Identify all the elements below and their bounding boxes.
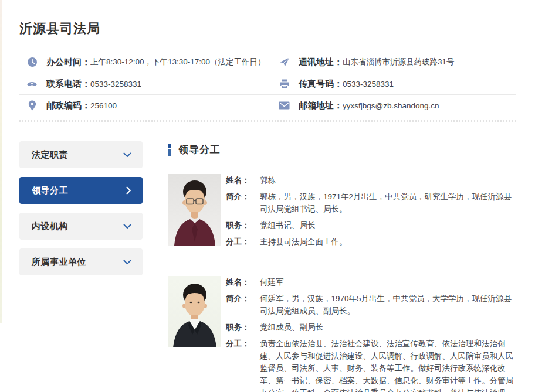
contact-value: 0533-3258331 [90,80,141,88]
chevron-down-icon [123,224,131,229]
contact-label: 邮政编码： [46,100,90,111]
sidebar: 法定职责 领导分工 内设机构 所属事业单位 [19,141,143,284]
fax-icon [279,79,290,90]
field-value: 何廷军 [260,276,516,288]
sidebar-item-label: 法定职责 [32,149,68,161]
contact-row: 邮政编码： 256100 邮箱地址： yyxsfjbgs@zb.shandong… [19,95,516,116]
sidebar-item-affiliated-units[interactable]: 所属事业单位 [19,248,143,275]
leader-field-position: 职务： 党组成员、副局长 [226,321,516,333]
section-header: 领导分工 [168,141,516,156]
leader-field-duties: 分工： 负责全面依法治县、法治社会建设、法治宣传教育、依法治理和法治创建、人民参… [226,338,516,392]
leader-card: 姓名： 郭栋 简介： 郭栋，男，汉族，1971年2月出生，中共党员，研究生学历，… [168,174,516,248]
field-label: 分工： [226,236,260,248]
chevron-down-icon [123,260,131,265]
leader-photo [168,276,221,347]
contact-phone: 联系电话： 0533-3258331 [19,73,264,94]
field-value: 何廷军，男，汉族，1970年5月出生，中共党员，大学学历，现任沂源县司法局党组成… [260,292,516,317]
contact-label: 通讯地址： [299,57,343,68]
field-label: 职务： [226,321,260,333]
field-label: 姓名： [226,174,260,186]
leader-fields: 姓名： 何廷军 简介： 何廷军，男，汉族，1970年5月出生，中共党员，大学学历… [226,276,516,392]
clock-icon [26,57,38,68]
chevron-right-icon [126,186,131,195]
contact-value: 上午8:30-12:00，下午13:30-17:00（法定工作日） [90,57,264,67]
contact-label: 传真号码： [299,79,343,90]
leader-field-name: 姓名： 郭栋 [226,174,516,186]
field-value: 党组成员、副局长 [260,321,516,333]
field-value: 郭栋 [260,174,516,186]
phone-icon [26,79,38,90]
location-pin-icon [26,100,38,111]
leader-photo [168,174,221,246]
contact-fax: 传真号码： 0533-3258331 [272,73,516,94]
sidebar-item-label: 内设机构 [32,221,68,232]
contact-label: 办公时间： [46,57,90,68]
field-label: 姓名： [226,276,260,288]
page-container: 沂源县司法局 办公时间： 上午8:30-12:00，下午13:30-17:00（… [0,0,535,392]
leader-fields: 姓名： 郭栋 简介： 郭栋，男，汉族，1971年2月出生，中共党员，研究生学历，… [226,174,516,248]
leader-field-duties: 分工： 主持县司法局全面工作。 [226,236,516,248]
contact-value: 0533-3258331 [343,80,394,88]
background-edge-strip [0,0,2,323]
contact-info-panel: 办公时间： 上午8:30-12:00，下午13:30-17:00（法定工作日） … [19,52,516,116]
content-area: 法定职责 领导分工 内设机构 所属事业单位 [19,141,516,392]
field-value: 郭栋，男，汉族，1971年2月出生，中共党员，研究生学历，现任沂源县司法局党组书… [260,190,516,215]
chevron-down-icon [123,152,131,158]
contact-value: 山东省淄博市沂源县药玻路31号 [343,57,455,67]
sidebar-item-label: 领导分工 [32,185,68,196]
field-value: 负责全面依法治县、法治社会建设、法治宣传教育、依法治理和法治创建、人民参与和促进… [260,338,516,392]
contact-mailing-address: 通讯地址： 山东省淄博市沂源县药玻路31号 [272,52,516,73]
contact-office-hours: 办公时间： 上午8:30-12:00，下午13:30-17:00（法定工作日） [19,52,264,73]
field-label: 简介： [226,292,260,317]
leader-field-name: 姓名： 何廷军 [226,276,516,288]
sidebar-item-internal-org[interactable]: 内设机构 [19,213,143,240]
leader-field-bio: 简介： 郭栋，男，汉族，1971年2月出生，中共党员，研究生学历，现任沂源县司法… [226,190,516,215]
page-title: 沂源县司法局 [19,20,516,38]
field-value: 党组书记、局长 [260,219,516,231]
contact-value: yyxsfjbgs@zb.shandong.cn [343,101,439,110]
field-value: 主持县司法局全面工作。 [260,236,516,248]
navigation-icon [279,57,290,68]
contact-value: 256100 [90,101,117,110]
section-marker [168,144,171,156]
field-label: 职务： [226,219,260,231]
sidebar-item-legal-duties[interactable]: 法定职责 [19,141,143,168]
leader-field-position: 职务： 党组书记、局长 [226,219,516,231]
dashed-divider [19,120,516,122]
contact-label: 联系电话： [46,79,90,90]
leader-field-bio: 简介： 何廷军，男，汉族，1970年5月出生，中共党员，大学学历，现任沂源县司法… [226,292,516,317]
leader-card: 姓名： 何廷军 简介： 何廷军，男，汉族，1970年5月出生，中共党员，大学学历… [168,276,516,392]
contact-row: 联系电话： 0533-3258331 传真号码： 0533-3258331 [19,73,516,95]
sidebar-item-leadership-division[interactable]: 领导分工 [19,177,143,204]
main-panel: 领导分工 [168,141,516,392]
contact-row: 办公时间： 上午8:30-12:00，下午13:30-17:00（法定工作日） … [19,52,516,73]
contact-label: 邮箱地址： [299,100,343,111]
section-title: 领导分工 [178,143,221,156]
field-label: 分工： [226,338,260,392]
mail-icon [279,100,290,111]
contact-email: 邮箱地址： yyxsfjbgs@zb.shandong.cn [272,95,516,116]
contact-postal-code: 邮政编码： 256100 [19,95,264,116]
sidebar-item-label: 所属事业单位 [32,257,86,268]
field-label: 简介： [226,190,260,215]
